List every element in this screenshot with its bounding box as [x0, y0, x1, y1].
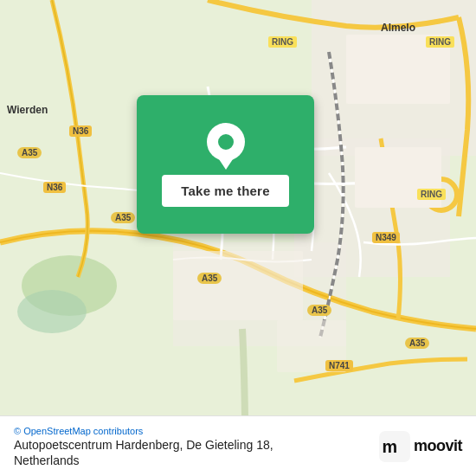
pin-center	[218, 134, 234, 150]
svg-point-5	[17, 290, 87, 333]
osm-link[interactable]: © OpenStreetMap contributors	[14, 426, 143, 436]
svg-text:m: m	[383, 437, 398, 456]
svg-rect-9	[173, 251, 303, 320]
location-card: Take me there	[137, 95, 314, 234]
map-view: Wierden Almelo N36 N36 RING RING RING A3…	[0, 0, 476, 415]
copyright-text: © OpenStreetMap contributors	[14, 426, 273, 436]
svg-rect-8	[355, 147, 441, 208]
take-me-there-button[interactable]: Take me there	[162, 175, 288, 207]
svg-rect-10	[277, 320, 346, 372]
bottom-bar: © OpenStreetMap contributors Autopoetsce…	[0, 415, 476, 476]
moovit-icon: m	[379, 431, 410, 462]
location-info: © OpenStreetMap contributors Autopoetsce…	[14, 426, 273, 467]
moovit-logo: m moovit	[379, 431, 462, 462]
svg-rect-7	[346, 35, 450, 104]
location-name: Autopoetscentrum Hardenberg, De Gietelin…	[14, 438, 273, 452]
moovit-text: moovit	[414, 437, 462, 455]
location-pin	[207, 123, 245, 161]
location-country: Netherlands	[14, 453, 273, 467]
